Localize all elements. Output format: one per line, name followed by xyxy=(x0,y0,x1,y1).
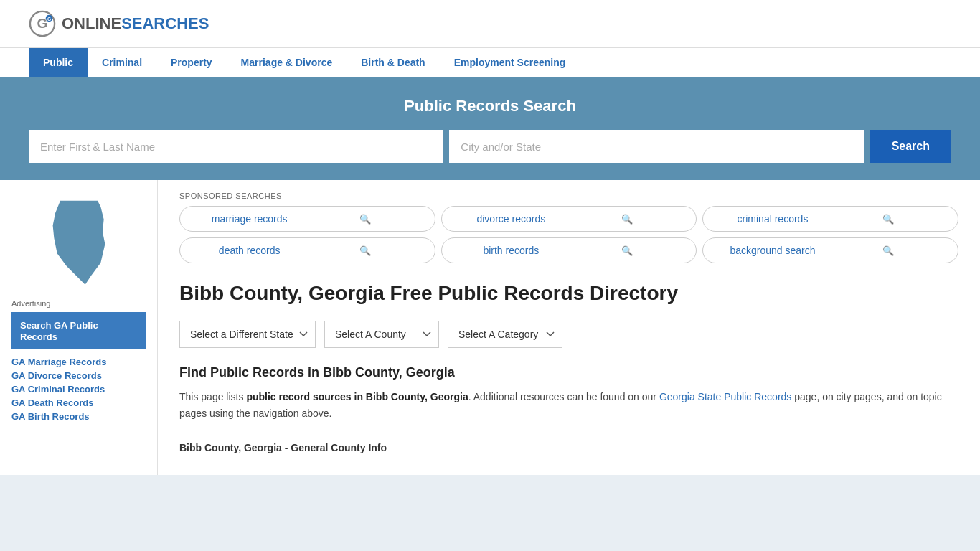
body-text-1: This page lists xyxy=(179,391,246,402)
search-icon-divorce: 🔍 xyxy=(569,214,684,225)
nav-item-marriage[interactable]: Marriage & Divorce xyxy=(227,48,347,77)
sidebar-link-death[interactable]: GA Death Records xyxy=(11,397,146,408)
nav-link-employment[interactable]: Employment Screening xyxy=(440,48,580,77)
sidebar-ad-link[interactable]: Search GA Public Records xyxy=(20,320,98,342)
header: G G ONLINESEARCHES xyxy=(0,0,980,47)
location-input[interactable] xyxy=(449,130,864,163)
sidebar-links: GA Marriage Records GA Divorce Records G… xyxy=(11,357,146,422)
nav-link-property[interactable]: Property xyxy=(156,48,227,77)
county-info-heading: Bibb County, Georgia - General County In… xyxy=(179,442,958,453)
logo-online: ONLINE xyxy=(62,14,121,32)
search-icon-death: 🔍 xyxy=(307,245,423,256)
sponsored-grid: marriage records 🔍 divorce records 🔍 cri… xyxy=(179,206,958,263)
sidebar-link-birth[interactable]: GA Birth Records xyxy=(11,411,146,422)
sponsored-item-birth[interactable]: birth records 🔍 xyxy=(441,237,697,263)
nav-link-public[interactable]: Public xyxy=(29,48,88,77)
search-icon-marriage: 🔍 xyxy=(307,214,423,225)
page-title: Bibb County, Georgia Free Public Records… xyxy=(179,281,958,306)
sponsored-label: SPONSORED SEARCHES xyxy=(179,192,958,200)
nav-link-criminal[interactable]: Criminal xyxy=(88,48,156,77)
nav-link-birth[interactable]: Birth & Death xyxy=(347,48,439,77)
sponsored-item-background[interactable]: background search 🔍 xyxy=(702,237,958,263)
content-area: SPONSORED SEARCHES marriage records 🔍 di… xyxy=(158,180,980,475)
georgia-map xyxy=(39,194,118,288)
sponsored-item-divorce[interactable]: divorce records 🔍 xyxy=(441,206,697,232)
sidebar-link-marriage[interactable]: GA Marriage Records xyxy=(11,357,146,367)
sponsored-label-background: background search xyxy=(715,245,830,256)
sidebar: Advertising Search GA Public Records GA … xyxy=(0,180,158,475)
nav-item-property[interactable]: Property xyxy=(156,48,227,77)
county-dropdown[interactable]: Select A County xyxy=(324,321,439,348)
sponsored-label-criminal: criminal records xyxy=(715,213,830,225)
body-text-2: . Additional resources can be found on o… xyxy=(468,391,659,402)
dropdowns-row: Select a Different State Select A County… xyxy=(179,321,958,348)
svg-text:G: G xyxy=(47,17,51,22)
search-icon-criminal: 🔍 xyxy=(831,214,946,225)
nav-item-public[interactable]: Public xyxy=(29,48,88,77)
search-banner: Public Records Search Search xyxy=(0,77,980,180)
search-icon-background: 🔍 xyxy=(831,245,946,256)
main-container: Advertising Search GA Public Records GA … xyxy=(0,180,980,475)
logo-text: ONLINESEARCHES xyxy=(62,14,209,33)
sponsored-item-marriage[interactable]: marriage records 🔍 xyxy=(179,206,435,232)
sponsored-item-criminal[interactable]: criminal records 🔍 xyxy=(702,206,958,232)
body-text-bold: public record sources in Bibb County, Ge… xyxy=(246,391,468,402)
nav-item-birth[interactable]: Birth & Death xyxy=(347,48,439,77)
sidebar-link-criminal[interactable]: GA Criminal Records xyxy=(11,384,146,395)
state-dropdown[interactable]: Select a Different State xyxy=(179,321,316,348)
search-icon-birth: 🔍 xyxy=(569,245,684,256)
nav-link-marriage[interactable]: Marriage & Divorce xyxy=(227,48,347,77)
main-nav: Public Criminal Property Marriage & Divo… xyxy=(0,47,980,77)
sponsored-label-death: death records xyxy=(192,245,307,256)
nav-item-criminal[interactable]: Criminal xyxy=(88,48,156,77)
find-heading: Find Public Records in Bibb County, Geor… xyxy=(179,365,958,380)
nav-item-employment[interactable]: Employment Screening xyxy=(440,48,580,77)
logo-icon: G G xyxy=(29,10,56,37)
search-form: Search xyxy=(29,130,951,163)
sponsored-label-birth: birth records xyxy=(453,245,569,256)
logo-searches: SEARCHES xyxy=(121,14,209,32)
logo: G G ONLINESEARCHES xyxy=(29,10,209,37)
body-text: This page lists public record sources in… xyxy=(179,389,958,421)
search-button[interactable]: Search xyxy=(870,130,951,163)
sponsored-label-divorce: divorce records xyxy=(453,213,569,225)
sponsored-label-marriage: marriage records xyxy=(192,213,307,225)
sidebar-link-divorce[interactable]: GA Divorce Records xyxy=(11,370,146,381)
georgia-state-link[interactable]: Georgia State Public Records xyxy=(659,391,791,402)
name-input[interactable] xyxy=(29,130,443,163)
sidebar-ad-label: Advertising xyxy=(11,299,146,308)
sponsored-item-death[interactable]: death records 🔍 xyxy=(179,237,435,263)
search-banner-title: Public Records Search xyxy=(29,97,951,116)
category-dropdown[interactable]: Select A Category xyxy=(448,321,562,348)
sidebar-ad-block[interactable]: Search GA Public Records xyxy=(11,312,146,349)
divider xyxy=(179,433,958,433)
